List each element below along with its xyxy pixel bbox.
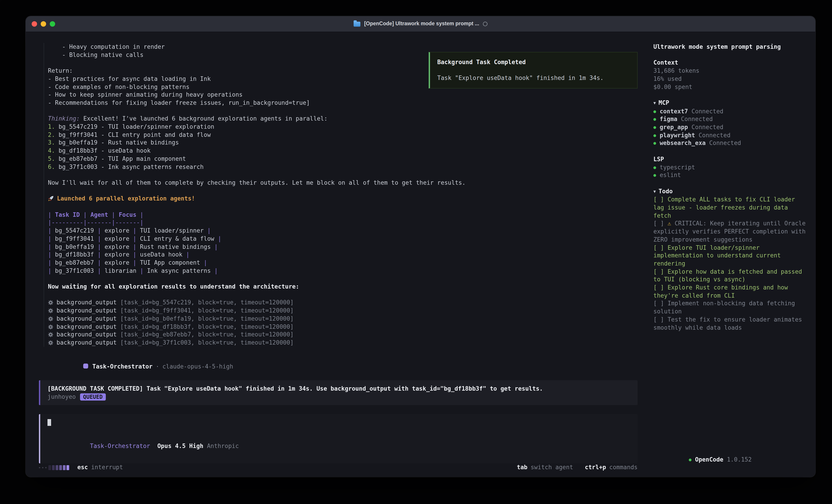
waiting-heading: Now waiting for all exploration results … xyxy=(48,283,638,290)
todo-heading[interactable]: ▼Todo xyxy=(653,187,808,196)
terminal-line xyxy=(48,107,638,115)
terminal-line: - How to keep spinner animating during h… xyxy=(48,91,638,99)
launch-banner: Launched 6 parallel exploration agents! xyxy=(48,195,638,203)
active-model-label: Opus 4.5 High xyxy=(157,443,204,449)
lsp-server-item: ● typescript xyxy=(653,163,808,171)
table-row: | bg_eb87ebb7 | explore | TUI App compon… xyxy=(48,259,638,267)
context-heading: Context xyxy=(653,59,808,67)
app-version: 1.0.152 xyxy=(727,456,752,463)
gear-icon xyxy=(48,332,53,337)
mcp-server-item: ● playwright Connected xyxy=(653,131,808,139)
ctrlp-key: ctrl+p xyxy=(585,464,606,472)
terminal-line xyxy=(48,203,638,211)
lsp-heading: LSP xyxy=(653,156,808,163)
context-section: Context 31,686 tokens16% used$0.00 spent xyxy=(653,59,808,91)
mcp-section: ▼MCP ● context7 Connected● figma Connect… xyxy=(653,99,808,147)
esc-hint: escinterrupt xyxy=(77,464,123,472)
agent-list-item: 6. bg_37f1c003 - Ink async patterns rese… xyxy=(48,163,638,171)
status-dot-icon: ● xyxy=(689,457,692,462)
modified-indicator-icon xyxy=(483,22,487,26)
user-name: junhoyeo xyxy=(48,393,76,401)
status-bar: escinterrupt tabswitch agent ctrl+pcomma… xyxy=(39,464,638,472)
todo-heading-label: Todo xyxy=(658,188,673,194)
completed-message: [BACKGROUND TASK COMPLETED] Task "Explor… xyxy=(48,385,630,393)
esc-key: esc xyxy=(77,464,88,472)
lsp-server-list: ● typescript● eslint xyxy=(653,163,808,179)
active-agent-label: Task-Orchestrator xyxy=(90,443,150,449)
context-stats: 31,686 tokens16% used$0.00 spent xyxy=(653,67,808,91)
input-footer: Task-OrchestratorOpus 4.5 HighAnthropic xyxy=(48,434,630,458)
commands-hint: ctrl+pcommands xyxy=(585,464,638,472)
todo-item: [ ] Test the fix to ensure loader animat… xyxy=(653,316,808,332)
close-button[interactable] xyxy=(32,21,37,27)
window-title: [OpenCode] Ultrawork mode system prompt … xyxy=(364,20,479,28)
wait-text: Now I'll wait for all of them to complet… xyxy=(48,179,638,187)
mcp-server-item: ● websearch_exa Connected xyxy=(653,139,808,147)
progress-spinner-icon xyxy=(39,465,69,470)
gear-icon xyxy=(48,316,53,321)
text-cursor xyxy=(48,419,51,426)
esc-label: interrupt xyxy=(91,464,123,472)
terminal-line: - Heavy computation in render xyxy=(48,43,638,51)
rocket-icon xyxy=(48,196,54,202)
table-header-row: | Task ID | Agent | Focus | xyxy=(48,211,638,219)
statusbar-right: tabswitch agent ctrl+pcommands xyxy=(517,464,638,472)
mcp-server-item: ● context7 Connected xyxy=(653,107,808,115)
window-body: - Heavy computation in render - Blocking… xyxy=(26,32,815,477)
tab-key: tab xyxy=(517,464,527,472)
sidebar-footer: ● OpenCode 1.0.152 xyxy=(653,448,808,472)
minimize-button[interactable] xyxy=(41,21,46,27)
orchestrator-row: Task-Orchestrator·claude-opus-4-5-high xyxy=(48,355,638,373)
mcp-heading[interactable]: ▼MCP xyxy=(653,99,808,107)
table-row: | bg_f9ff3041 | explore | CLI entry & da… xyxy=(48,235,638,243)
chevron-down-icon: ▼ xyxy=(653,189,656,194)
thinking-line: Thinking: Excellent! I've launched 6 bac… xyxy=(48,115,638,123)
context-stat: 31,686 tokens xyxy=(653,67,808,75)
table-separator-row: |---------|-------|-------| xyxy=(48,219,638,227)
gear-icon xyxy=(48,324,53,330)
queued-badge: QUEUED xyxy=(80,393,106,400)
completed-subrow: junhoyeo QUEUED xyxy=(48,393,630,401)
tool-call-line: background_output [task_id=bg_eb87ebb7, … xyxy=(48,331,638,338)
mcp-server-list: ● context7 Connected● figma Connected● g… xyxy=(653,107,808,147)
folder-icon xyxy=(354,22,361,27)
orchestrator-name: Task-Orchestrator xyxy=(93,363,153,370)
tab-label: switch agent xyxy=(530,464,573,472)
window-titlebar: [OpenCode] Ultrawork mode system prompt … xyxy=(26,16,815,32)
terminal-line xyxy=(48,187,638,195)
screen: [OpenCode] Ultrawork mode system prompt … xyxy=(0,0,832,504)
separator-dot: · xyxy=(156,363,159,370)
context-stat: 16% used xyxy=(653,75,808,83)
input-line xyxy=(48,419,630,427)
context-stat: $0.00 spent xyxy=(653,83,808,91)
background-task-notification: Background Task Completed Task "Explore … xyxy=(428,52,638,88)
agent-list-item: 5. bg_eb87ebb7 - TUI App main component xyxy=(48,155,638,163)
todo-item: [ ] Explore how data is fetched and pass… xyxy=(653,268,808,284)
gear-icon xyxy=(48,340,53,345)
tool-call-line: background_output [task_id=bg_5547c219, … xyxy=(48,299,638,307)
tool-call-line: background_output [task_id=bg_37f1c003, … xyxy=(48,339,638,346)
background-task-completed-panel: [BACKGROUND TASK COMPLETED] Task "Explor… xyxy=(39,380,638,405)
mcp-server-item: ● grep_app Connected xyxy=(653,123,808,131)
tool-call-line: background_output [task_id=bg_b0effa19, … xyxy=(48,315,638,323)
table-row: | bg_5547c219 | explore | TUI loader/spi… xyxy=(48,227,638,234)
mcp-server-item: ● figma Connected xyxy=(653,115,808,123)
provider-label: Anthropic xyxy=(207,443,239,449)
notification-title: Background Task Completed xyxy=(437,58,630,66)
zoom-button[interactable] xyxy=(50,21,55,27)
terminal-window: [OpenCode] Ultrawork mode system prompt … xyxy=(26,16,815,477)
prompt-input[interactable]: Task-OrchestratorOpus 4.5 HighAnthropic xyxy=(39,414,638,464)
terminal-line xyxy=(48,290,638,299)
agent-list-item: 3. bg_b0effa19 - Rust native bindings xyxy=(48,139,638,147)
agent-square-icon xyxy=(83,364,88,368)
commands-label: commands xyxy=(609,464,638,472)
terminal-main: - Heavy computation in render - Blocking… xyxy=(26,32,645,477)
lsp-server-item: ● eslint xyxy=(653,171,808,179)
tool-call-line: background_output [task_id=bg_df18bb3f, … xyxy=(48,323,638,331)
session-title: Ultrawork mode system prompt parsing xyxy=(653,43,808,51)
todo-item: [ ] Explore TUI loader/spinner implement… xyxy=(653,244,808,268)
app-brand: OpenCode xyxy=(695,456,723,463)
notification-body: Task "Explore useData hook" finished in … xyxy=(437,74,630,82)
window-title-group: [OpenCode] Ultrawork mode system prompt … xyxy=(354,20,488,28)
todo-item: [ ] ⚠ CRITICAL: Keep iterating until Ora… xyxy=(653,220,808,244)
